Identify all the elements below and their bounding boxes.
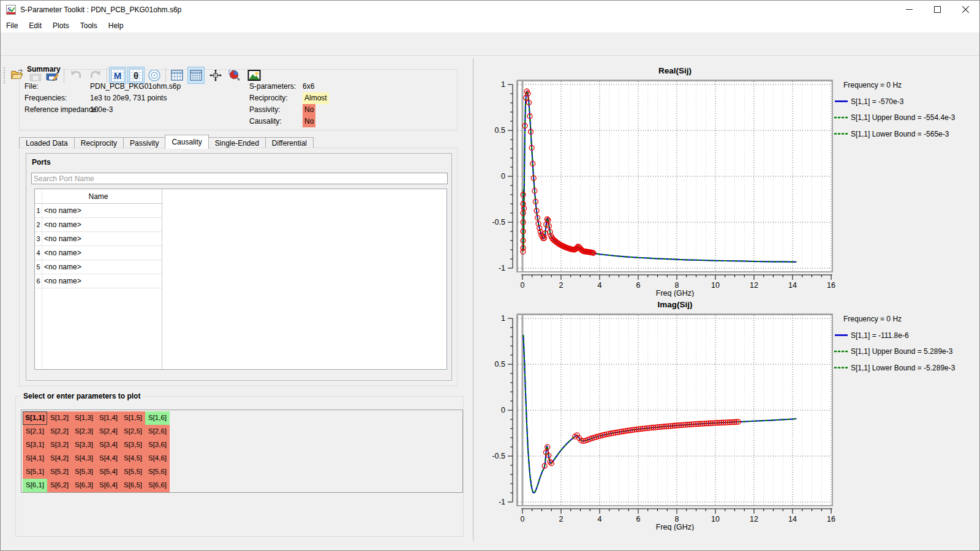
port-row-index: 4 [35,246,42,260]
summary-title: Summary [24,65,63,73]
svg-text:0: 0 [521,281,525,290]
sparam-cell[interactable]: S[4,3] [72,452,96,465]
svg-text:14: 14 [788,281,797,290]
sparam-cell[interactable]: S[6,3] [72,479,96,492]
sparam-cell[interactable]: S[2,5] [121,425,145,438]
summary-field: File:PDN_PCB_PKG01ohm.s6p [24,81,181,92]
svg-text:-1: -1 [499,498,505,506]
svg-text:12: 12 [750,515,758,523]
sparam-cell[interactable]: S[2,2] [47,425,72,438]
port-row[interactable]: 2<no name> [35,218,162,232]
sparam-cell[interactable]: S[4,6] [145,452,170,465]
toolbar: M θ [1,32,979,56]
ports-table: Name 1<no name>2<no name>3<no name>4<no … [34,189,447,370]
svg-text:4: 4 [598,281,602,290]
svg-text:S[1,1] = -111.8e-6: S[1,1] = -111.8e-6 [851,331,909,340]
svg-text:14: 14 [788,515,797,523]
port-name-cell[interactable]: <no name> [44,218,81,231]
window-title: S-Parameter Toolkit : PDN_PCB_PKG01ohm.s… [20,1,181,19]
sparam-cell[interactable]: S[6,2] [47,479,72,492]
port-name-cell[interactable]: <no name> [44,204,81,217]
sparam-cell[interactable]: S[6,4] [96,479,121,492]
port-name-cell[interactable]: <no name> [44,246,81,260]
menu-tools[interactable]: Tools [75,19,103,32]
maximize-button[interactable] [923,1,951,18]
port-row-index: 2 [35,218,42,231]
svg-text:S[1,1] Upper Bound = -554.4e-3: S[1,1] Upper Bound = -554.4e-3 [851,113,956,122]
sparam-cell[interactable]: S[1,6] [145,411,170,425]
sparam-cell[interactable]: S[5,5] [121,465,145,479]
svg-text:1: 1 [501,80,505,89]
sparam-cell[interactable]: S[5,1] [23,465,47,479]
menu-file[interactable]: File [1,19,23,32]
svg-text:6: 6 [636,515,641,523]
app-icon: S [6,5,16,15]
port-row[interactable]: 4<no name> [35,246,162,260]
sparam-cell[interactable]: S[6,6] [145,479,170,492]
port-row-index: 6 [35,274,42,288]
parameters-groupbox: Select or enter parameters to plot S[1,1… [15,396,464,537]
real-sij-chart[interactable]: 10.50-0.5-10246810121416Freq (GHz)Real(S… [482,57,980,297]
port-row-index: 3 [35,232,42,246]
menu-edit[interactable]: Edit [23,19,47,32]
port-name-cell[interactable]: <no name> [44,232,81,246]
summary-field: Reciprocity:Almost [249,92,329,104]
svg-text:1: 1 [501,314,505,323]
svg-text:S[1,1] Upper Bound = 5.289e-3: S[1,1] Upper Bound = 5.289e-3 [851,347,953,356]
tab-causality[interactable]: Causality [165,135,208,149]
menu-plots[interactable]: Plots [47,19,75,32]
svg-text:0: 0 [501,406,505,414]
sparam-cell[interactable]: S[5,3] [72,465,96,479]
port-row-index: 1 [35,204,42,217]
svg-text:S[1,1] = -570e-3: S[1,1] = -570e-3 [851,97,904,106]
svg-text:0: 0 [501,172,505,181]
sparam-cell[interactable]: S[2,3] [72,425,96,438]
sparam-cell[interactable]: S[5,2] [47,465,72,479]
svg-text:0.5: 0.5 [495,360,505,369]
parameters-title: Select or enter parameters to plot [21,392,143,400]
sparam-cell[interactable]: S[2,1] [23,425,47,438]
sparam-cell[interactable]: S[1,4] [96,411,121,425]
close-button[interactable] [951,1,979,18]
sparam-cell[interactable]: S[3,5] [121,438,145,452]
sparam-cell[interactable]: S[3,6] [145,438,170,452]
sparam-cell[interactable]: S[1,5] [121,411,145,425]
search-port-input[interactable] [31,173,448,184]
svg-text:Real(Sij): Real(Sij) [658,66,692,75]
summary-field: Frequencies:1e3 to 20e9, 731 points [24,92,181,104]
panel-splitter[interactable] [473,58,473,541]
imag-sij-chart[interactable]: 10.50-0.5-10246810121416Freq (GHz)Imag(S… [482,291,980,531]
sparam-cell[interactable]: S[6,5] [121,479,145,492]
summary-field: Reference impedance:100e-3 [24,104,181,116]
port-name-cell[interactable]: <no name> [44,260,81,274]
port-row[interactable]: 1<no name> [35,204,162,218]
svg-text:Frequency = 0 Hz: Frequency = 0 Hz [843,315,902,323]
sparam-cell[interactable]: S[6,1] [23,479,47,492]
sparam-cell[interactable]: S[4,4] [96,452,121,465]
port-row[interactable]: 3<no name> [35,232,162,246]
sparam-cell[interactable]: S[3,4] [96,438,121,452]
sparam-cell[interactable]: S[3,2] [47,438,72,452]
sparam-cell[interactable]: S[4,2] [47,452,72,465]
port-row[interactable]: 5<no name> [35,260,162,274]
sparam-cell[interactable]: S[1,2] [47,411,72,425]
port-row[interactable]: 6<no name> [35,274,162,288]
sparam-cell[interactable]: S[2,4] [96,425,121,438]
sparam-cell[interactable]: S[3,3] [72,438,96,452]
sparam-cell[interactable]: S[1,3] [72,411,96,425]
port-name-cell[interactable]: <no name> [44,274,81,288]
svg-text:8: 8 [675,281,679,290]
minimize-button[interactable] [895,1,923,18]
sparam-cell[interactable]: S[4,1] [23,452,47,465]
plots-panel: 10.50-0.5-10246810121416Freq (GHz)Real(S… [482,56,980,541]
sparam-cell[interactable]: S[1,1] [23,411,47,425]
svg-text:-0.5: -0.5 [492,218,505,227]
menu-help[interactable]: Help [103,19,129,32]
summary-right-column: S-parameters:6x6Reciprocity:AlmostPassiv… [249,81,329,127]
sparam-cell[interactable]: S[5,6] [145,465,170,479]
sparam-cell[interactable]: S[5,4] [96,465,121,479]
sparam-cell[interactable]: S[4,5] [121,452,145,465]
toolbar-drag-handle[interactable] [4,67,6,83]
sparam-cell[interactable]: S[2,6] [145,425,170,438]
sparam-cell[interactable]: S[3,1] [23,438,47,452]
